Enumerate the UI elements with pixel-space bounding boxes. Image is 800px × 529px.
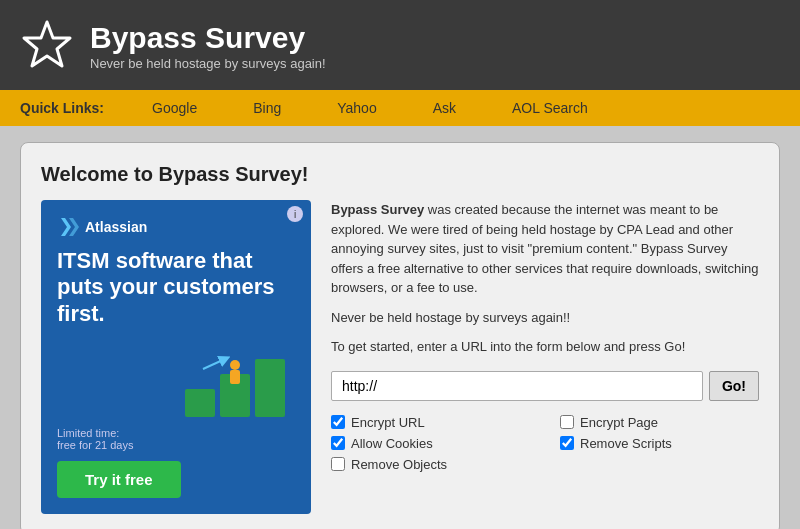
nav-link-ask[interactable]: Ask <box>405 100 484 116</box>
svg-marker-0 <box>24 22 70 66</box>
ad-illustration <box>57 339 295 419</box>
nav-link-google[interactable]: Google <box>124 100 225 116</box>
svg-line-8 <box>203 359 225 369</box>
remove-objects-checkbox[interactable] <box>331 457 345 471</box>
svg-rect-7 <box>230 370 240 384</box>
ad-info-icon[interactable]: i <box>287 206 303 222</box>
encrypt-page-label: Encrypt Page <box>580 415 658 430</box>
bypass-survey-bold: Bypass Survey <box>331 202 424 217</box>
content-inner: i Atlassian ITSM software that puts your… <box>41 200 759 514</box>
ad-illustration-svg <box>165 339 295 419</box>
welcome-heading: Welcome to Bypass Survey! <box>41 163 759 186</box>
quick-links-label: Quick Links: <box>0 100 124 116</box>
main-content: Welcome to Bypass Survey! i Atlassian IT… <box>0 126 800 529</box>
description-para: Bypass Survey was created because the in… <box>331 200 759 298</box>
svg-point-6 <box>230 360 240 370</box>
checkbox-allow-cookies[interactable]: Allow Cookies <box>331 436 530 451</box>
checkbox-remove-objects[interactable]: Remove Objects <box>331 457 530 472</box>
encrypt-url-label: Encrypt URL <box>351 415 425 430</box>
url-input[interactable] <box>331 371 703 401</box>
url-row: Go! <box>331 371 759 401</box>
checkboxes-grid: Encrypt URL Encrypt Page Allow Cookies R… <box>331 415 759 472</box>
ad-limited-line1: Limited time: <box>57 427 119 439</box>
encrypt-url-checkbox[interactable] <box>331 415 345 429</box>
svg-rect-3 <box>185 389 215 417</box>
svg-marker-1 <box>61 218 71 236</box>
svg-rect-5 <box>255 359 285 417</box>
ad-logo-text: Atlassian <box>85 219 147 235</box>
checkbox-encrypt-url[interactable]: Encrypt URL <box>331 415 530 430</box>
site-subtitle: Never be held hostage by surveys again! <box>90 56 326 71</box>
ad-headline: ITSM software that puts your customers f… <box>57 248 295 327</box>
star-icon <box>20 18 74 72</box>
allow-cookies-checkbox[interactable] <box>331 436 345 450</box>
nav-link-aol[interactable]: AOL Search <box>484 100 616 116</box>
header-text: Bypass Survey Never be held hostage by s… <box>90 20 326 71</box>
nav-link-bing[interactable]: Bing <box>225 100 309 116</box>
navbar: Quick Links: Google Bing Yahoo Ask AOL S… <box>0 90 800 126</box>
description-line3: To get started, enter a URL into the for… <box>331 337 759 357</box>
site-header: Bypass Survey Never be held hostage by s… <box>0 0 800 90</box>
go-button[interactable]: Go! <box>709 371 759 401</box>
ad-block: i Atlassian ITSM software that puts your… <box>41 200 311 514</box>
ad-cta-button[interactable]: Try it free <box>57 461 181 498</box>
ad-limited-line2: free for 21 days <box>57 439 133 451</box>
allow-cookies-label: Allow Cookies <box>351 436 433 451</box>
remove-objects-label: Remove Objects <box>351 457 447 472</box>
checkbox-remove-scripts[interactable]: Remove Scripts <box>560 436 759 451</box>
atlassian-logo-icon <box>57 216 79 238</box>
ad-limited-text: Limited time: free for 21 days <box>57 427 295 451</box>
encrypt-page-checkbox[interactable] <box>560 415 574 429</box>
ad-logo: Atlassian <box>57 216 295 238</box>
site-title: Bypass Survey <box>90 20 326 56</box>
nav-link-yahoo[interactable]: Yahoo <box>309 100 404 116</box>
remove-scripts-label: Remove Scripts <box>580 436 672 451</box>
remove-scripts-checkbox[interactable] <box>560 436 574 450</box>
checkbox-encrypt-page[interactable]: Encrypt Page <box>560 415 759 430</box>
right-panel: Bypass Survey was created because the in… <box>331 200 759 514</box>
content-box: Welcome to Bypass Survey! i Atlassian IT… <box>20 142 780 529</box>
description-line2: Never be held hostage by surveys again!! <box>331 308 759 328</box>
